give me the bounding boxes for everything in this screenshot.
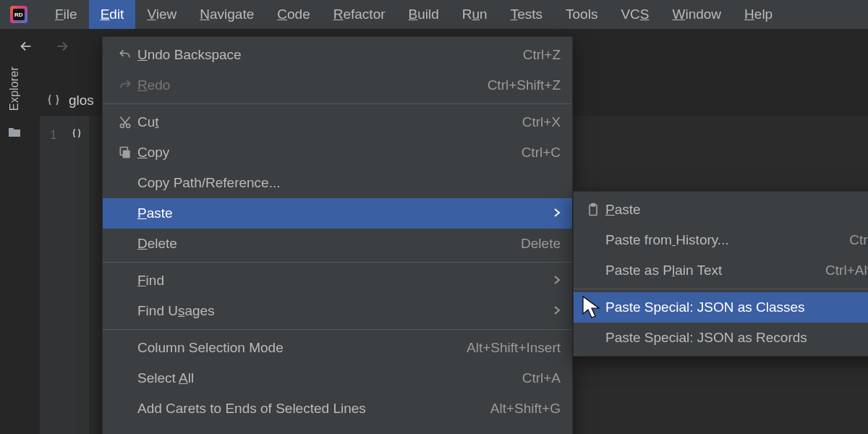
edit-menu-item-undo-backspace[interactable]: Undo BackspaceCtrl+Z (103, 40, 572, 70)
chevron-right-icon (553, 275, 561, 287)
menu-item-label: Copy Path/Reference... (137, 175, 561, 191)
menubar-item-vcs[interactable]: VCS (609, 0, 660, 29)
menu-item-label: Redo (137, 77, 476, 93)
menu-item-label: Find Usages (137, 303, 545, 319)
edit-menu-item-find[interactable]: Find (103, 265, 572, 296)
paste-submenu-separator (574, 289, 868, 289)
editor-tab[interactable]: glos (40, 85, 106, 116)
menu-item-shortcut: Ctrl+Alt+ (825, 263, 868, 278)
edit-menu-item-copy[interactable]: CopyCtrl+C (103, 137, 572, 168)
menubar-item-run[interactable]: Run (451, 0, 499, 29)
menubar-item-tools[interactable]: Tools (554, 0, 609, 29)
menu-item-shortcut: Ctrl+X (522, 114, 561, 130)
app-icon: RD (9, 4, 29, 25)
menubar-item-tests[interactable]: Tests (499, 0, 554, 29)
edit-menu-separator (103, 262, 572, 263)
editor-tabbar: glos (40, 85, 106, 116)
paste-submenu: PastePaste from History...Ctrl+Paste as … (573, 191, 868, 357)
edit-menu-item-extend-selection[interactable]: Extend SelectionCtrl+W (103, 424, 572, 434)
edit-menu-item-redo: RedoCtrl+Shift+Z (103, 70, 572, 101)
menu-item-shortcut: Alt+Shift+G (490, 401, 561, 417)
tool-window-strip: Explorer (0, 64, 29, 434)
edit-menu-item-copy-path-reference[interactable]: Copy Path/Reference... (103, 168, 572, 198)
menubar-item-build[interactable]: Build (397, 0, 451, 29)
paste-submenu-item-paste[interactable]: Paste (574, 195, 868, 225)
edit-menu: Undo BackspaceCtrl+ZRedoCtrl+Shift+ZCutC… (102, 36, 573, 434)
svg-rect-8 (592, 204, 595, 206)
svg-point-3 (120, 124, 124, 128)
edit-menu-item-find-usages[interactable]: Find Usages (103, 296, 572, 326)
folder-icon[interactable] (7, 127, 22, 142)
menubar-item-file[interactable]: File (43, 0, 89, 29)
svg-text:RD: RD (14, 12, 23, 18)
svg-point-4 (127, 124, 130, 128)
menu-item-label: Cut (137, 114, 511, 130)
menu-item-shortcut: Alt+Shift+Insert (467, 340, 561, 356)
explorer-tool-window[interactable]: Explorer (8, 67, 21, 111)
cut-icon (114, 115, 136, 129)
menu-item-label: Paste as Plain Text (605, 263, 814, 278)
editor-tab-label: glos (69, 93, 94, 109)
line-number: 1 (50, 128, 56, 142)
edit-menu-item-cut[interactable]: CutCtrl+X (103, 107, 572, 137)
paste-submenu-item-paste-special-json-as-records[interactable]: Paste Special: JSON as Records (574, 323, 868, 353)
menu-item-label: Paste from History... (605, 232, 838, 248)
edit-menu-item-select-all[interactable]: Select AllCtrl+A (103, 363, 572, 393)
menu-item-shortcut: Ctrl+Z (523, 47, 561, 63)
menubar-item-window[interactable]: Window (661, 0, 733, 29)
paste-submenu-item-paste-special-json-as-classes[interactable]: Paste Special: JSON as Classes (574, 292, 868, 323)
redo-icon (114, 78, 136, 93)
menubar-item-edit[interactable]: Edit (89, 0, 136, 29)
menu-item-label: Select All (137, 370, 511, 386)
menu-item-shortcut: Ctrl+W (518, 431, 561, 434)
menu-item-label: Extend Selection (137, 431, 506, 434)
edit-menu-item-add-carets-to-ends-of-selected-lines[interactable]: Add Carets to Ends of Selected LinesAlt+… (103, 393, 572, 424)
menubar-item-help[interactable]: Help (733, 0, 784, 29)
menu-item-label: Undo Backspace (137, 47, 511, 63)
edit-menu-item-paste[interactable]: Paste (103, 198, 572, 229)
paste-submenu-item-paste-as-plain-text[interactable]: Paste as Plain TextCtrl+Alt+ (574, 255, 868, 286)
nav-back-button[interactable] (13, 33, 39, 59)
json-file-icon (46, 93, 61, 109)
menu-item-label: Delete (137, 236, 509, 252)
menubar-item-code[interactable]: Code (265, 0, 321, 29)
paste-submenu-item-paste-from-history[interactable]: Paste from History...Ctrl+ (574, 225, 868, 255)
menu-item-label: Column Selection Mode (137, 340, 455, 356)
undo-icon (114, 48, 136, 62)
menubar: RD FileEditViewNavigateCodeRefactorBuild… (0, 0, 868, 29)
menu-item-label: Paste Special: JSON as Classes (605, 299, 868, 315)
menu-item-label: Copy (137, 145, 510, 161)
chevron-right-icon (553, 208, 561, 220)
editor-gutter: 1 (40, 116, 89, 434)
edit-menu-separator (103, 329, 572, 330)
menu-item-shortcut: Ctrl+Shift+Z (488, 77, 561, 93)
chevron-right-icon (553, 305, 561, 318)
edit-menu-separator (103, 103, 572, 104)
menu-item-label: Add Carets to Ends of Selected Lines (137, 401, 479, 417)
menu-item-shortcut: Ctrl+ (849, 232, 868, 248)
paste-icon (582, 203, 604, 217)
menu-item-shortcut: Ctrl+C (522, 145, 561, 161)
menu-item-label: Find (137, 273, 545, 289)
edit-menu-item-column-selection-mode[interactable]: Column Selection ModeAlt+Shift+Insert (103, 333, 572, 363)
svg-rect-5 (123, 150, 130, 158)
copy-icon (114, 145, 136, 160)
menubar-item-navigate[interactable]: Navigate (188, 0, 265, 29)
menubar-item-view[interactable]: View (135, 0, 188, 29)
edit-menu-item-delete[interactable]: DeleteDelete (103, 229, 572, 259)
menu-item-shortcut: Ctrl+A (522, 370, 561, 386)
braces-icon (70, 127, 83, 144)
nav-forward-button[interactable] (49, 33, 75, 59)
menubar-item-refactor[interactable]: Refactor (322, 0, 397, 29)
menu-item-label: Paste Special: JSON as Records (605, 330, 868, 346)
menu-item-label: Paste (605, 202, 868, 218)
menu-item-shortcut: Delete (521, 236, 561, 252)
menu-item-label: Paste (137, 205, 545, 221)
